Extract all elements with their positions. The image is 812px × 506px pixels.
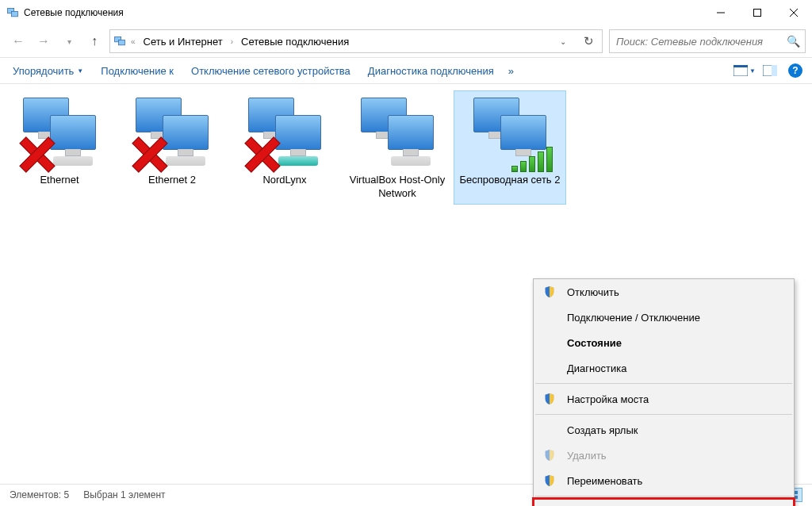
cm-connect-disconnect[interactable]: Подключение / Отключение [534, 305, 794, 330]
connection-label: NordLynx [232, 174, 337, 187]
network-connections-icon [6, 6, 19, 19]
status-selected: Выбран 1 элемент [83, 489, 165, 500]
connection-icon [458, 98, 562, 169]
minimize-button[interactable] [703, 1, 739, 25]
svg-rect-8 [772, 65, 777, 76]
window-title: Сетевые подключения [24, 7, 703, 18]
refresh-button[interactable]: ↻ [578, 31, 599, 52]
nav-recent-button[interactable]: ▾ [57, 29, 81, 53]
toolbar-label: Подключение к [101, 65, 174, 77]
cm-bridge[interactable]: Настройка моста [534, 386, 794, 412]
cm-status[interactable]: Состояние [534, 330, 794, 355]
shield-icon [543, 393, 556, 405]
cm-diagnose[interactable]: Диагностика [534, 355, 794, 381]
connection-icon [232, 98, 337, 169]
connection-item[interactable]: NordLynx [228, 90, 341, 205]
chevron-down-icon: ▼ [77, 67, 83, 75]
status-count: Элементов: 5 [10, 489, 69, 500]
svg-rect-12 [795, 496, 798, 499]
search-input[interactable] [615, 35, 787, 48]
cm-create-shortcut[interactable]: Создать ярлык [534, 417, 794, 443]
change-view-button[interactable]: ▼ [733, 59, 756, 82]
connect-to-button[interactable]: Подключение к [93, 59, 182, 82]
address-bar[interactable]: « Сеть и Интернет › Сетевые подключения … [109, 29, 603, 53]
separator [535, 383, 792, 384]
diagnose-button[interactable]: Диагностика подключения [360, 59, 502, 82]
shield-icon [543, 286, 556, 298]
command-bar: Упорядочить ▼ Подключение к Отключение с… [0, 57, 812, 84]
cm-properties[interactable]: Свойства [534, 499, 794, 506]
connection-label: Ethernet 2 [120, 174, 224, 187]
cm-label: Диагностика [567, 362, 626, 374]
breadcrumb-part[interactable]: Сетевые подключения [238, 34, 352, 49]
connection-item[interactable]: Беспроводная сеть 2 [454, 90, 566, 205]
preview-pane-button[interactable] [758, 59, 782, 82]
cm-delete: Удалить [534, 443, 794, 468]
help-button[interactable]: ? [783, 59, 807, 82]
chevron-icon: « [131, 37, 136, 46]
toolbar-label: Диагностика подключения [368, 65, 494, 77]
maximize-button[interactable] [739, 1, 776, 25]
title-bar: Сетевые подключения [0, 0, 812, 25]
svg-rect-2 [754, 10, 761, 17]
context-menu: Отключить Подключение / Отключение Состо… [533, 278, 795, 506]
connection-item[interactable]: Ethernet 2 [116, 90, 228, 205]
address-row: ← → ▾ ↑ « Сеть и Интернет › Сетевые подк… [0, 25, 812, 57]
cm-label: Подключение / Отключение [567, 312, 700, 324]
nav-up-button[interactable]: ↑ [82, 29, 106, 53]
connection-icon [120, 98, 224, 169]
disable-device-button[interactable]: Отключение сетевого устройства [183, 59, 358, 82]
organize-button[interactable]: Упорядочить ▼ [5, 59, 91, 82]
close-button[interactable] [776, 1, 812, 25]
search-icon[interactable]: 🔍 [787, 35, 800, 48]
toolbar-label: Отключение сетевого устройства [191, 65, 350, 77]
nav-back-button[interactable]: ← [6, 29, 30, 53]
svg-rect-10 [795, 491, 798, 494]
connection-item[interactable]: Ethernet [3, 90, 116, 205]
toolbar-label: Упорядочить [13, 65, 74, 77]
location-icon [113, 35, 126, 48]
cm-label: Состояние [567, 337, 622, 349]
connection-label: VirtualBox Host-Only Network [345, 174, 450, 201]
disabled-x-icon [243, 139, 282, 171]
cm-label: Удалить [567, 450, 607, 462]
chevron-right-icon: › [231, 37, 233, 46]
shield-icon [543, 449, 556, 462]
window-controls [703, 1, 812, 25]
connection-icon [7, 98, 112, 169]
cm-label: Отключить [567, 286, 619, 298]
connection-item[interactable]: VirtualBox Host-Only Network [341, 90, 454, 205]
chevron-down-icon: ▼ [749, 67, 756, 75]
separator [535, 414, 792, 415]
separator [535, 496, 792, 496]
more-commands-button[interactable]: » [504, 65, 519, 77]
items-view[interactable]: EthernetEthernet 2NordLynxVirtualBox Hos… [0, 84, 812, 484]
cm-rename[interactable]: Переименовать [534, 468, 794, 493]
svg-rect-6 [733, 65, 748, 67]
cm-label: Переименовать [567, 475, 642, 487]
cm-label: Настройка моста [567, 393, 649, 405]
disabled-x-icon [18, 139, 56, 171]
connection-label: Беспроводная сеть 2 [458, 174, 562, 187]
disabled-x-icon [131, 139, 169, 171]
cm-label: Создать ярлык [567, 424, 638, 436]
history-dropdown-button[interactable]: ⌄ [553, 31, 573, 52]
connection-label: Ethernet [7, 174, 112, 187]
shield-icon [543, 474, 556, 487]
search-box[interactable]: 🔍 [609, 29, 806, 53]
svg-rect-4 [118, 40, 124, 44]
wifi-signal-icon [511, 147, 553, 172]
cm-disable[interactable]: Отключить [534, 279, 794, 305]
svg-rect-1 [11, 11, 17, 16]
nav-forward-button[interactable]: → [32, 29, 56, 53]
breadcrumb-part[interactable]: Сеть и Интернет [140, 34, 226, 49]
help-icon: ? [788, 63, 802, 78]
connection-icon [345, 98, 450, 169]
